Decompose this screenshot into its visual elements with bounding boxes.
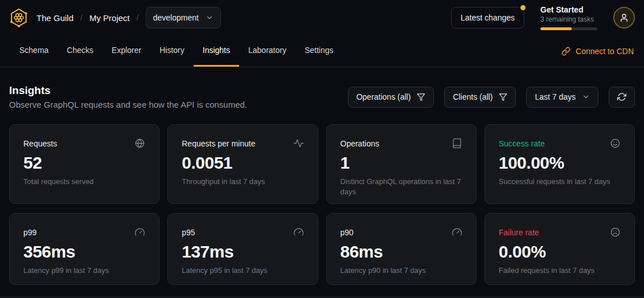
- metric-card: p90 86ms Latency p90 in last 7 days: [326, 213, 477, 285]
- metric-card-description: Latency p95 in last 7 days: [182, 266, 303, 276]
- nav-tab-explorer[interactable]: Explorer: [102, 35, 150, 67]
- frown-icon: [610, 227, 621, 238]
- nav-tab-label: Checks: [67, 46, 93, 55]
- nav-tab-settings[interactable]: Settings: [296, 35, 343, 67]
- insights-page: Insights Observe GraphQL requests and se…: [0, 67, 644, 285]
- org-name[interactable]: The Guild: [36, 13, 73, 23]
- filter-funnel-icon: [499, 93, 507, 101]
- nav-tab-label: Laboratory: [248, 46, 286, 55]
- metric-card-value: 0.0051: [182, 153, 303, 173]
- get-started-title: Get Started: [540, 5, 597, 14]
- nav-tab-label: Explorer: [112, 46, 141, 55]
- metric-card-value: 137ms: [182, 242, 303, 262]
- target-selector[interactable]: development: [146, 7, 221, 28]
- nav-tab-checks[interactable]: Checks: [58, 35, 102, 67]
- globe-icon: [134, 138, 145, 149]
- nav-tab-label: Settings: [305, 46, 334, 55]
- nav-tabs: Schema Checks Explorer History Insights …: [0, 35, 644, 67]
- metric-card-value: 52: [23, 153, 145, 173]
- get-started-progress-fill: [540, 27, 572, 30]
- breadcrumb-separator: /: [80, 13, 83, 22]
- refresh-icon: [617, 92, 626, 101]
- metric-card-value: 86ms: [341, 242, 462, 262]
- latest-changes-button[interactable]: Latest changes: [451, 7, 524, 28]
- metric-card-description: Failed requests in last 7 days: [499, 266, 621, 276]
- metric-card: p99 356ms Latency p99 in last 7 days: [9, 213, 159, 285]
- project-name[interactable]: My Project: [89, 13, 130, 23]
- filter-toolbar: Operations (all) Clients (all) Last 7 da…: [348, 87, 635, 108]
- date-range-selector[interactable]: Last 7 days: [526, 87, 598, 108]
- breadcrumb: The Guild / My Project / development: [36, 7, 221, 28]
- clients-filter-button[interactable]: Clients (all): [444, 87, 516, 108]
- metric-card: Requests per minute 0.0051 Throughput in…: [167, 124, 318, 204]
- metric-card-title: p90: [341, 228, 354, 237]
- target-selector-value: development: [153, 13, 199, 22]
- section-header: Insights Observe GraphQL requests and se…: [9, 84, 635, 109]
- metric-card-description: Distinct GraphQL operations in last 7 da…: [341, 177, 462, 197]
- connect-cdn-link[interactable]: Connect to CDN: [561, 35, 634, 67]
- metric-card-title: Success rate: [499, 139, 545, 148]
- clients-filter-label: Clients (all): [453, 92, 493, 101]
- nav-tab-label: History: [159, 46, 184, 55]
- metric-card-description: Latency p99 in last 7 days: [23, 266, 145, 276]
- notification-dot: [520, 5, 526, 10]
- get-started-subtitle: 3 remaining tasks: [540, 15, 597, 23]
- operations-filter-label: Operations (all): [356, 92, 411, 101]
- metric-card-title: Operations: [341, 139, 379, 148]
- metric-card-description: Successful requests in last 7 days: [499, 177, 621, 187]
- metric-card: Success rate 100.00% Successful requests…: [485, 124, 635, 204]
- page-title: Insights: [9, 84, 247, 97]
- metric-card-title: Failure rate: [499, 228, 539, 237]
- gauge-icon: [293, 227, 304, 238]
- nav-tab-schema[interactable]: Schema: [10, 35, 58, 67]
- operations-filter-button[interactable]: Operations (all): [348, 87, 434, 108]
- app-header: The Guild / My Project / development Lat…: [0, 0, 644, 35]
- smile-icon: [610, 138, 621, 149]
- metric-card-title: p95: [182, 228, 195, 237]
- metric-card-value: 0.00%: [499, 242, 621, 262]
- nav-tab-history[interactable]: History: [150, 35, 194, 67]
- link-icon: [561, 47, 571, 56]
- metric-card-description: Latency p90 in last 7 days: [341, 266, 462, 276]
- nav-tab-insights[interactable]: Insights: [194, 35, 239, 67]
- book-icon: [452, 138, 462, 149]
- metric-card: Failure rate 0.00% Failed requests in la…: [485, 213, 635, 285]
- page-subtitle: Observe GraphQL requests and see how the…: [9, 100, 247, 109]
- metric-card-description: Throughput in last 7 days: [182, 177, 303, 187]
- get-started-progress-bar: [540, 27, 597, 30]
- gauge-icon: [134, 227, 145, 238]
- metric-card: Requests 52 Total requests served: [9, 124, 159, 204]
- chevron-down-icon: [582, 93, 590, 101]
- get-started-widget[interactable]: Get Started 3 remaining tasks: [540, 5, 597, 30]
- metric-card-value: 1: [341, 153, 462, 173]
- nav-tab-label: Insights: [203, 46, 230, 55]
- latest-changes-label: Latest changes: [461, 13, 515, 22]
- metric-card-title: Requests per minute: [182, 139, 255, 148]
- guild-logo-icon: [9, 8, 28, 27]
- chevron-down-icon: [206, 14, 214, 22]
- nav-tab-laboratory[interactable]: Laboratory: [239, 35, 296, 67]
- metric-cards-grid: Requests 52 Total requests served Reques…: [9, 124, 635, 285]
- metric-card-title: p99: [23, 228, 36, 237]
- section-titles: Insights Observe GraphQL requests and se…: [9, 84, 247, 109]
- connect-cdn-label: Connect to CDN: [576, 47, 634, 56]
- metric-card-value: 100.00%: [499, 153, 621, 173]
- metric-card-description: Total requests served: [23, 177, 145, 187]
- breadcrumb-separator: /: [137, 13, 139, 22]
- refresh-button[interactable]: [609, 87, 635, 108]
- activity-icon: [293, 138, 304, 149]
- avatar[interactable]: [613, 7, 635, 28]
- metric-card-value: 356ms: [23, 242, 145, 262]
- metric-card: Operations 1 Distinct GraphQL operations…: [326, 124, 477, 204]
- filter-funnel-icon: [417, 93, 425, 101]
- metric-card: p95 137ms Latency p95 in last 7 days: [167, 213, 318, 285]
- nav-tab-label: Schema: [19, 46, 48, 55]
- user-icon: [619, 13, 629, 23]
- date-range-label: Last 7 days: [535, 92, 576, 101]
- header-right: Latest changes Get Started 3 remaining t…: [451, 5, 635, 30]
- metric-card-title: Requests: [23, 139, 57, 148]
- gauge-icon: [452, 227, 462, 238]
